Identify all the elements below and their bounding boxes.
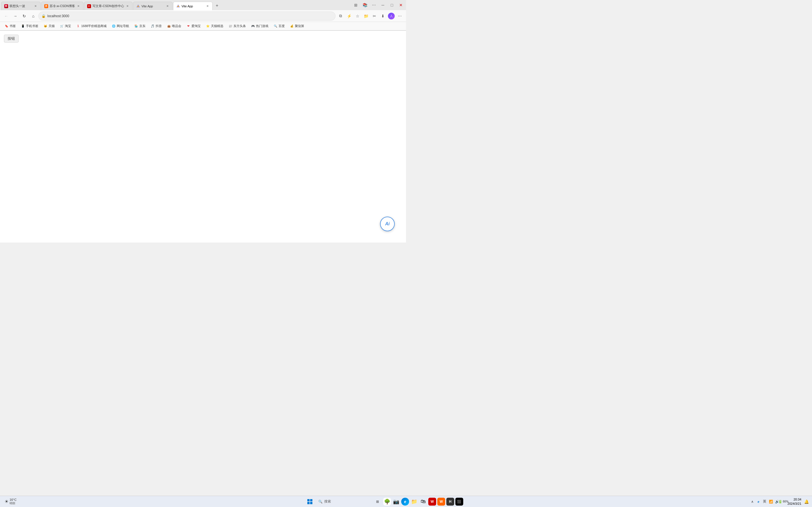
bookmark-baidu[interactable]: 🔍 百度 (271, 23, 287, 30)
bookmark-taobao-label: 淘宝 (65, 24, 71, 28)
tab-title-vite2: Vite App (182, 4, 204, 8)
bookmark-baidu-label: 百度 (278, 24, 285, 28)
new-tab-button[interactable]: + (213, 2, 221, 10)
tab-action-settings[interactable]: ⋯ (370, 1, 378, 9)
tab-lianxiang[interactable]: 联 联想头一波 ✕ (1, 2, 41, 10)
split-screen-button[interactable]: ⧉ (337, 12, 345, 20)
main-content: 按钮 Ai (0, 31, 406, 242)
navigation-bar: ← → ↻ ⌂ 🔒 ⧉ ⚡ ☆ 📁 ✂ ⬇ 人 ⋯ (0, 10, 406, 22)
collections-button[interactable]: 📁 (362, 12, 370, 20)
tab-title-suling: 苏冷.w-CSDN博客 (50, 4, 75, 8)
bookmark-taobao[interactable]: 🛒 淘宝 (57, 23, 73, 30)
settings-button[interactable]: ⋯ (396, 12, 404, 20)
tab-title-lianxiang: 联想头一波 (10, 4, 32, 8)
bookmark-dongtou-icon: 📰 (229, 24, 232, 28)
bookmark-youxi-icon: 🎮 (251, 24, 255, 28)
tab-write[interactable]: C 写文章-CSDN创作中心 ✕ (84, 2, 133, 10)
tab-bar: 联 联想头一波 ✕ 苏 苏冷.w-CSDN博客 ✕ C 写文章-CSDN创作中心… (0, 0, 406, 10)
tab-favicon-write: C (87, 4, 91, 8)
profile-button[interactable]: 人 (388, 12, 395, 20)
bookmark-1688-label: 1688平价精选商城 (81, 24, 107, 28)
tab-list-button[interactable]: ⊞ (352, 1, 360, 9)
tab-close-suling[interactable]: ✕ (77, 4, 80, 8)
bookmark-wangzhi-icon: 🌐 (112, 24, 116, 28)
screenshot-button[interactable]: ✂ (370, 12, 378, 20)
bookmark-juhesuan-label: 聚划算 (295, 24, 304, 28)
bookmark-weipinhui[interactable]: 👜 唯品会 (165, 23, 184, 30)
tab-suling[interactable]: 苏 苏冷.w-CSDN博客 ✕ (41, 2, 84, 10)
browser-chrome: 联 联想头一波 ✕ 苏 苏冷.w-CSDN博客 ✕ C 写文章-CSDN创作中心… (0, 0, 406, 31)
bookmark-weipinhui-icon: 👜 (167, 24, 171, 28)
bookmark-aitaobao[interactable]: ❤ 爱淘宝 (184, 23, 203, 30)
bookmark-tianmao-icon: 🐱 (43, 24, 47, 28)
bookmark-shouji-label: 手机书签 (26, 24, 38, 28)
bookmark-douyin[interactable]: 🎵 抖音 (148, 23, 164, 30)
bookmark-taobao-icon: 🛒 (60, 24, 64, 28)
tab-title-vite1: Vite App (142, 4, 164, 8)
bookmark-dongtou-label: 东方头条 (234, 24, 246, 28)
bookmark-tianmaojingxuan-label: 天猫精选 (211, 24, 223, 28)
ai-button-label: Ai (385, 221, 390, 226)
tab-bar-actions: ⊞ 📚 ⋯ ─ □ ✕ (352, 1, 405, 9)
profile-avatar: 人 (388, 13, 395, 19)
bookmark-wangzhi[interactable]: 🌐 网址导航 (109, 23, 132, 30)
bookmark-shouji[interactable]: 📱 手机书签 (18, 23, 41, 30)
bookmark-baidu-icon: 🔍 (273, 24, 277, 28)
bookmark-juhesuan-icon: 💰 (290, 24, 294, 28)
tab-vite1[interactable]: Vite App ✕ (133, 2, 172, 10)
download-button[interactable]: ⬇ (379, 12, 387, 20)
bookmark-tianmaojingxuan-icon: ⭐ (206, 24, 210, 28)
tab-close-vite2[interactable]: ✕ (206, 4, 209, 8)
bookmark-tianmaojingxuan[interactable]: ⭐ 天猫精选 (204, 23, 225, 30)
lock-icon: 🔒 (42, 14, 46, 18)
bookmark-youxi-label: 热门游戏 (256, 24, 268, 28)
address-bar-container[interactable]: 🔒 (38, 11, 336, 20)
bookmark-douyin-icon: 🎵 (151, 24, 154, 28)
tab-favicon-lianxiang: 联 (4, 4, 8, 8)
bookmark-wangzhi-label: 网址导航 (117, 24, 129, 28)
tab-close-window-button[interactable]: ✕ (397, 1, 405, 9)
lightning-button[interactable]: ⚡ (345, 12, 353, 20)
bookmark-douyin-label: 抖音 (156, 24, 162, 28)
tab-maximize-button[interactable]: □ (388, 1, 396, 9)
bookmark-shouji-icon: 📱 (21, 24, 25, 28)
bookmark-1688[interactable]: 1 1688平价精选商城 (74, 23, 109, 30)
bookmark-aitaobao-icon: ❤ (186, 24, 190, 28)
tab-favicon-suling: 苏 (44, 4, 48, 8)
bookmark-jingdong-icon: 🏪 (134, 24, 138, 28)
home-button[interactable]: ⌂ (29, 12, 37, 20)
refresh-button[interactable]: ↻ (20, 12, 28, 20)
bookmark-tianmao-label: 天猫 (49, 24, 55, 28)
tab-close-lianxiang[interactable]: ✕ (34, 4, 38, 8)
bookmark-aitaobao-label: 爱淘宝 (192, 24, 201, 28)
bookmark-weipinhui-label: 唯品会 (172, 24, 181, 28)
tab-favicon-vite1 (136, 4, 140, 8)
tab-minimize-button[interactable]: ─ (379, 1, 387, 9)
bookmark-shuqian[interactable]: 🔖 书签 (2, 23, 18, 30)
tab-close-write[interactable]: ✕ (125, 4, 130, 8)
back-button[interactable]: ← (2, 12, 10, 20)
tab-title-write: 写文章-CSDN创作中心 (93, 4, 124, 8)
bookmark-youxi[interactable]: 🎮 热门游戏 (249, 23, 271, 30)
tab-vite2[interactable]: Vite App ✕ (173, 2, 213, 10)
bookmark-dongtou[interactable]: 📰 东方头条 (226, 23, 248, 30)
bookmarks-bar: 🔖 书签 📱 手机书签 🐱 天猫 🛒 淘宝 1 1688平价精选商城 🌐 网址导… (0, 22, 406, 31)
forward-button[interactable]: → (11, 12, 19, 20)
bookmark-shuqian-icon: 🔖 (4, 24, 8, 28)
nav-actions: ⧉ ⚡ ☆ 📁 ✂ ⬇ 人 ⋯ (337, 12, 404, 20)
page-button[interactable]: 按钮 (4, 35, 18, 43)
bookmark-jingdong[interactable]: 🏪 京东 (132, 23, 148, 30)
address-input[interactable] (47, 14, 333, 18)
bookmark-jingdong-label: 京东 (139, 24, 146, 28)
bookmark-tianmao[interactable]: 🐱 天猫 (41, 23, 57, 30)
tab-action-collections[interactable]: 📚 (361, 1, 369, 9)
favorites-button[interactable]: ☆ (354, 12, 361, 20)
tab-close-vite1[interactable]: ✕ (165, 4, 169, 8)
bookmark-1688-icon: 1 (76, 24, 80, 28)
bookmark-juhesuan[interactable]: 💰 聚划算 (288, 23, 306, 30)
ai-floating-button[interactable]: Ai (380, 217, 395, 231)
bookmark-shuqian-label: 书签 (10, 24, 16, 28)
tab-favicon-vite2 (176, 4, 180, 8)
